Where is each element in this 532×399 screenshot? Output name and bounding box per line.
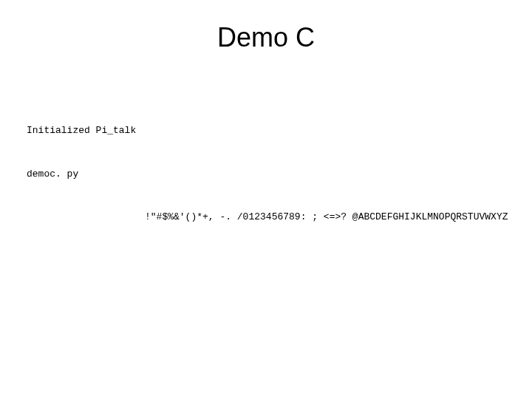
terminal-line-3: !"#$%&'()*+, -. /0123456789: ; <=>? @ABC…: [27, 210, 505, 225]
terminal-line-1: Initialized Pi_talk: [27, 123, 505, 138]
terminal-output: Initialized Pi_talk democ. py !"#$%&'()*…: [27, 95, 505, 253]
terminal-line-2: democ. py: [27, 167, 505, 182]
slide-title: Demo C: [27, 22, 505, 53]
slide: Demo C Initialized Pi_talk democ. py !"#…: [0, 0, 532, 399]
